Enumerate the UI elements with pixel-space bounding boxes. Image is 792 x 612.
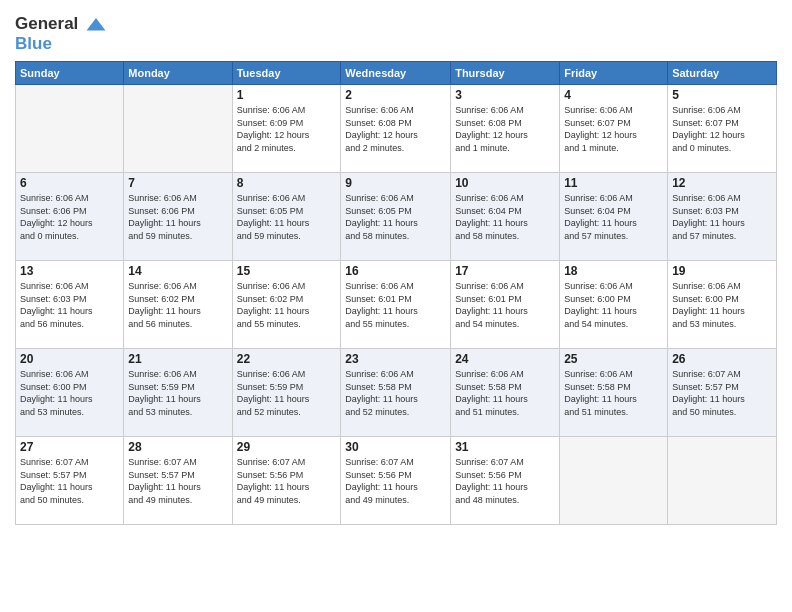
day-number: 11 — [564, 176, 663, 190]
day-number: 19 — [672, 264, 772, 278]
day-info: Sunrise: 6:06 AMSunset: 6:08 PMDaylight:… — [455, 104, 555, 154]
day-info: Sunrise: 6:06 AMSunset: 6:05 PMDaylight:… — [237, 192, 337, 242]
day-cell-29: 29Sunrise: 6:07 AMSunset: 5:56 PMDayligh… — [232, 437, 341, 525]
day-number: 24 — [455, 352, 555, 366]
day-number: 8 — [237, 176, 337, 190]
week-row-3: 13Sunrise: 6:06 AMSunset: 6:03 PMDayligh… — [16, 261, 777, 349]
day-cell-24: 24Sunrise: 6:06 AMSunset: 5:58 PMDayligh… — [451, 349, 560, 437]
day-number: 22 — [237, 352, 337, 366]
day-info: Sunrise: 6:06 AMSunset: 6:06 PMDaylight:… — [20, 192, 119, 242]
day-cell-14: 14Sunrise: 6:06 AMSunset: 6:02 PMDayligh… — [124, 261, 232, 349]
svg-marker-0 — [87, 17, 106, 30]
day-cell-1: 1Sunrise: 6:06 AMSunset: 6:09 PMDaylight… — [232, 85, 341, 173]
day-number: 26 — [672, 352, 772, 366]
empty-cell — [560, 437, 668, 525]
day-info: Sunrise: 6:07 AMSunset: 5:57 PMDaylight:… — [20, 456, 119, 506]
day-header-wednesday: Wednesday — [341, 62, 451, 85]
day-number: 25 — [564, 352, 663, 366]
day-number: 20 — [20, 352, 119, 366]
day-cell-25: 25Sunrise: 6:06 AMSunset: 5:58 PMDayligh… — [560, 349, 668, 437]
day-number: 30 — [345, 440, 446, 454]
day-cell-10: 10Sunrise: 6:06 AMSunset: 6:04 PMDayligh… — [451, 173, 560, 261]
day-cell-13: 13Sunrise: 6:06 AMSunset: 6:03 PMDayligh… — [16, 261, 124, 349]
day-info: Sunrise: 6:06 AMSunset: 6:07 PMDaylight:… — [564, 104, 663, 154]
day-header-saturday: Saturday — [668, 62, 777, 85]
day-info: Sunrise: 6:06 AMSunset: 5:58 PMDaylight:… — [455, 368, 555, 418]
day-cell-6: 6Sunrise: 6:06 AMSunset: 6:06 PMDaylight… — [16, 173, 124, 261]
day-cell-22: 22Sunrise: 6:06 AMSunset: 5:59 PMDayligh… — [232, 349, 341, 437]
day-cell-17: 17Sunrise: 6:06 AMSunset: 6:01 PMDayligh… — [451, 261, 560, 349]
day-number: 12 — [672, 176, 772, 190]
empty-cell — [124, 85, 232, 173]
empty-cell — [16, 85, 124, 173]
day-number: 18 — [564, 264, 663, 278]
calendar-header-row: SundayMondayTuesdayWednesdayThursdayFrid… — [16, 62, 777, 85]
day-cell-23: 23Sunrise: 6:06 AMSunset: 5:58 PMDayligh… — [341, 349, 451, 437]
day-cell-9: 9Sunrise: 6:06 AMSunset: 6:05 PMDaylight… — [341, 173, 451, 261]
day-cell-27: 27Sunrise: 6:07 AMSunset: 5:57 PMDayligh… — [16, 437, 124, 525]
day-cell-19: 19Sunrise: 6:06 AMSunset: 6:00 PMDayligh… — [668, 261, 777, 349]
day-info: Sunrise: 6:06 AMSunset: 6:06 PMDaylight:… — [128, 192, 227, 242]
day-info: Sunrise: 6:06 AMSunset: 6:05 PMDaylight:… — [345, 192, 446, 242]
day-cell-30: 30Sunrise: 6:07 AMSunset: 5:56 PMDayligh… — [341, 437, 451, 525]
day-info: Sunrise: 6:06 AMSunset: 6:00 PMDaylight:… — [564, 280, 663, 330]
day-info: Sunrise: 6:06 AMSunset: 5:58 PMDaylight:… — [564, 368, 663, 418]
day-cell-31: 31Sunrise: 6:07 AMSunset: 5:56 PMDayligh… — [451, 437, 560, 525]
day-number: 21 — [128, 352, 227, 366]
day-cell-7: 7Sunrise: 6:06 AMSunset: 6:06 PMDaylight… — [124, 173, 232, 261]
day-info: Sunrise: 6:06 AMSunset: 6:09 PMDaylight:… — [237, 104, 337, 154]
day-number: 5 — [672, 88, 772, 102]
week-row-4: 20Sunrise: 6:06 AMSunset: 6:00 PMDayligh… — [16, 349, 777, 437]
day-cell-21: 21Sunrise: 6:06 AMSunset: 5:59 PMDayligh… — [124, 349, 232, 437]
day-number: 9 — [345, 176, 446, 190]
day-info: Sunrise: 6:06 AMSunset: 6:07 PMDaylight:… — [672, 104, 772, 154]
day-number: 16 — [345, 264, 446, 278]
day-cell-20: 20Sunrise: 6:06 AMSunset: 6:00 PMDayligh… — [16, 349, 124, 437]
day-number: 4 — [564, 88, 663, 102]
day-info: Sunrise: 6:06 AMSunset: 6:02 PMDaylight:… — [128, 280, 227, 330]
calendar: SundayMondayTuesdayWednesdayThursdayFrid… — [15, 61, 777, 525]
empty-cell — [668, 437, 777, 525]
day-info: Sunrise: 6:06 AMSunset: 6:01 PMDaylight:… — [455, 280, 555, 330]
day-info: Sunrise: 6:06 AMSunset: 5:58 PMDaylight:… — [345, 368, 446, 418]
week-row-2: 6Sunrise: 6:06 AMSunset: 6:06 PMDaylight… — [16, 173, 777, 261]
day-number: 3 — [455, 88, 555, 102]
day-cell-16: 16Sunrise: 6:06 AMSunset: 6:01 PMDayligh… — [341, 261, 451, 349]
day-info: Sunrise: 6:06 AMSunset: 5:59 PMDaylight:… — [237, 368, 337, 418]
day-info: Sunrise: 6:06 AMSunset: 6:04 PMDaylight:… — [564, 192, 663, 242]
day-number: 29 — [237, 440, 337, 454]
day-header-monday: Monday — [124, 62, 232, 85]
day-info: Sunrise: 6:07 AMSunset: 5:56 PMDaylight:… — [345, 456, 446, 506]
day-info: Sunrise: 6:06 AMSunset: 6:01 PMDaylight:… — [345, 280, 446, 330]
day-header-sunday: Sunday — [16, 62, 124, 85]
day-info: Sunrise: 6:06 AMSunset: 5:59 PMDaylight:… — [128, 368, 227, 418]
day-cell-4: 4Sunrise: 6:06 AMSunset: 6:07 PMDaylight… — [560, 85, 668, 173]
day-cell-8: 8Sunrise: 6:06 AMSunset: 6:05 PMDaylight… — [232, 173, 341, 261]
day-cell-5: 5Sunrise: 6:06 AMSunset: 6:07 PMDaylight… — [668, 85, 777, 173]
day-number: 27 — [20, 440, 119, 454]
day-info: Sunrise: 6:06 AMSunset: 6:03 PMDaylight:… — [20, 280, 119, 330]
logo-blue: Blue — [15, 34, 107, 54]
day-cell-3: 3Sunrise: 6:06 AMSunset: 6:08 PMDaylight… — [451, 85, 560, 173]
day-cell-18: 18Sunrise: 6:06 AMSunset: 6:00 PMDayligh… — [560, 261, 668, 349]
day-info: Sunrise: 6:06 AMSunset: 6:03 PMDaylight:… — [672, 192, 772, 242]
week-row-5: 27Sunrise: 6:07 AMSunset: 5:57 PMDayligh… — [16, 437, 777, 525]
day-number: 10 — [455, 176, 555, 190]
day-number: 6 — [20, 176, 119, 190]
day-number: 15 — [237, 264, 337, 278]
day-number: 31 — [455, 440, 555, 454]
day-number: 13 — [20, 264, 119, 278]
day-cell-11: 11Sunrise: 6:06 AMSunset: 6:04 PMDayligh… — [560, 173, 668, 261]
day-cell-12: 12Sunrise: 6:06 AMSunset: 6:03 PMDayligh… — [668, 173, 777, 261]
day-info: Sunrise: 6:06 AMSunset: 6:04 PMDaylight:… — [455, 192, 555, 242]
day-info: Sunrise: 6:07 AMSunset: 5:57 PMDaylight:… — [128, 456, 227, 506]
week-row-1: 1Sunrise: 6:06 AMSunset: 6:09 PMDaylight… — [16, 85, 777, 173]
day-cell-28: 28Sunrise: 6:07 AMSunset: 5:57 PMDayligh… — [124, 437, 232, 525]
day-number: 28 — [128, 440, 227, 454]
logo: General Blue — [15, 14, 107, 53]
day-number: 1 — [237, 88, 337, 102]
day-header-tuesday: Tuesday — [232, 62, 341, 85]
day-info: Sunrise: 6:07 AMSunset: 5:57 PMDaylight:… — [672, 368, 772, 418]
day-info: Sunrise: 6:06 AMSunset: 6:08 PMDaylight:… — [345, 104, 446, 154]
day-number: 14 — [128, 264, 227, 278]
